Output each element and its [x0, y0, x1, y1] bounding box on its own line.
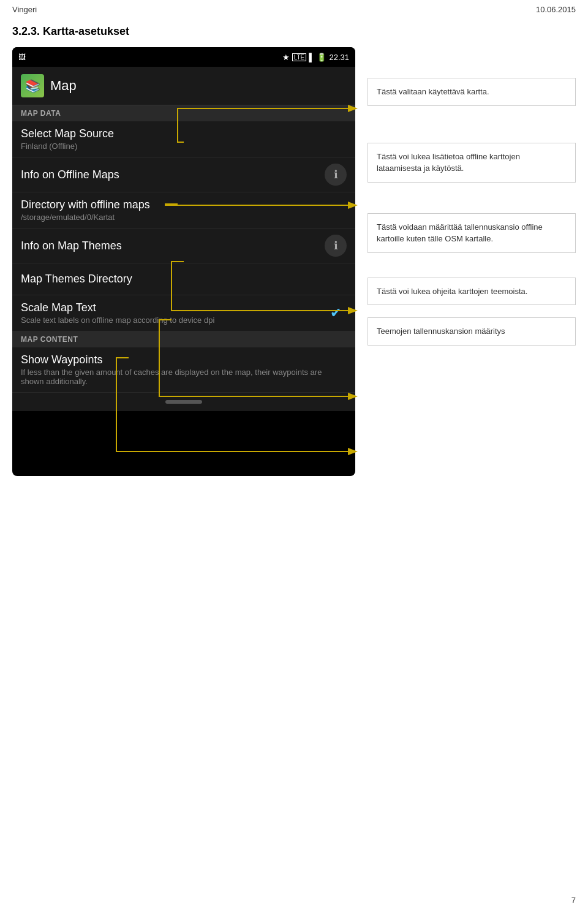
- item-title-info-themes: Info on Map Themes: [21, 240, 320, 252]
- phone-mockup: 🖼 ★ LTE ▌ 🔋 22.31 📚 Map MAP DATA Select …: [12, 47, 355, 476]
- item-title-waypoints: Show Waypoints: [21, 353, 347, 366]
- annotation-1: Tästä valitaan käytettävä kartta.: [368, 78, 576, 106]
- annotations-panel: Tästä valitaan käytettävä kartta. Tästä …: [355, 47, 576, 476]
- annotation-2: Tästä voi lukea lisätietoa offline kartt…: [368, 143, 576, 183]
- item-subtitle-finland: Finland (Offline): [21, 142, 347, 151]
- main-content: 🖼 ★ LTE ▌ 🔋 22.31 📚 Map MAP DATA Select …: [0, 47, 588, 476]
- page-header: Vingeri 10.06.2015: [0, 0, 588, 19]
- info-themes-icon[interactable]: ℹ: [325, 235, 347, 257]
- status-left: 🖼: [18, 53, 26, 61]
- section-title: 3.2.3. Kartta-asetukset: [0, 19, 588, 47]
- item-title-select-map: Select Map Source: [21, 127, 347, 140]
- info-offline-maps-icon[interactable]: ℹ: [325, 164, 347, 186]
- list-item-map-themes-dir[interactable]: Map Themes Directory: [12, 263, 355, 295]
- signal-icon: ▌: [309, 53, 314, 62]
- item-title-info-offline: Info on Offline Maps: [21, 168, 320, 181]
- list-item-scale-map-text[interactable]: Scale Map Text Scale text labels on offl…: [12, 295, 355, 331]
- list-item-directory-offline[interactable]: Directory with offline maps /storage/emu…: [12, 192, 355, 229]
- section-header-map-content: MAP CONTENT: [12, 331, 355, 347]
- item-title-directory: Directory with offline maps: [21, 198, 347, 211]
- list-item-info-map-themes[interactable]: Info on Map Themes ℹ: [12, 229, 355, 263]
- section-header-map-data: MAP DATA: [12, 105, 355, 121]
- app-title: Map: [50, 78, 77, 94]
- scale-map-checkbox[interactable]: ✔: [325, 302, 347, 324]
- item-title-themes-dir: Map Themes Directory: [21, 273, 347, 285]
- app-header: 📚 Map: [12, 67, 355, 105]
- annotation-4: Tästä voi lukea ohjeita karttojen teemoi…: [368, 278, 576, 306]
- item-subtitle-waypoints: If less than the given amount of caches …: [21, 368, 347, 386]
- time-display: 22.31: [329, 53, 349, 62]
- item-subtitle-directory: /storage/emulated/0/Kartat: [21, 213, 347, 222]
- phone-screen: MAP DATA Select Map Source Finland (Offl…: [12, 105, 355, 411]
- item-title-scale-map: Scale Map Text: [21, 301, 325, 314]
- battery-icon: 🔋: [317, 53, 326, 62]
- item-subtitle-scale-map: Scale text labels on offline map accordi…: [21, 316, 325, 325]
- list-item-select-map-source[interactable]: Select Map Source Finland (Offline): [12, 121, 355, 157]
- app-icon: 📚: [21, 74, 44, 97]
- scroll-indicator: [12, 393, 355, 411]
- header-right: 10.06.2015: [536, 5, 576, 14]
- header-left: Vingeri: [12, 5, 37, 14]
- status-right: ★ LTE ▌ 🔋 22.31: [282, 53, 349, 62]
- star-icon: ★: [282, 53, 290, 62]
- status-bar: 🖼 ★ LTE ▌ 🔋 22.31: [12, 47, 355, 67]
- list-item-info-offline-maps[interactable]: Info on Offline Maps ℹ: [12, 157, 355, 192]
- page-number: 7: [571, 896, 576, 905]
- lte-label: LTE: [292, 53, 307, 61]
- annotation-5: Teemojen tallennuskansion määritys: [368, 317, 576, 346]
- list-item-show-waypoints[interactable]: Show Waypoints If less than the given am…: [12, 347, 355, 393]
- image-icon: 🖼: [18, 53, 26, 61]
- annotation-3: Tästä voidaan määrittää tallennuskansio …: [368, 213, 576, 253]
